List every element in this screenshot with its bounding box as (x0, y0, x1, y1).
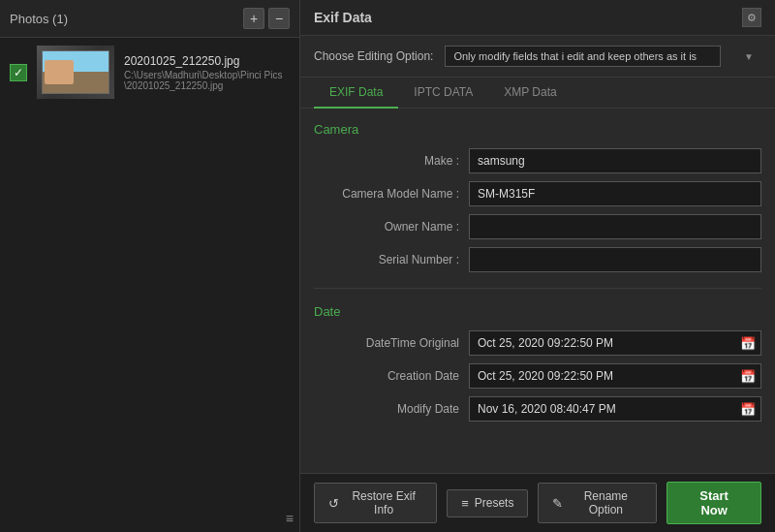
editing-options-bar: Choose Editing Option: Only modify field… (300, 36, 775, 78)
calendar-icon-1: 📅 (740, 336, 756, 351)
list-icon: ≡ (286, 511, 294, 526)
restore-exif-button[interactable]: ↺ Restore Exif Info (314, 483, 437, 523)
serial-number-input[interactable] (469, 247, 761, 272)
bottom-bar: ↺ Restore Exif Info ≡ Presets ✎ Rename O… (300, 473, 775, 532)
creation-date-wrapper: 📅 (469, 363, 761, 389)
calendar-icon-2: 📅 (740, 369, 756, 384)
creation-date-input[interactable] (469, 363, 761, 389)
photo-info: 20201025_212250.jpg C:\Users\Madhuri\Des… (124, 54, 290, 91)
camera-model-input[interactable] (469, 181, 761, 206)
presets-icon: ≡ (461, 496, 469, 511)
photo-path: C:\Users\Madhuri\Desktop\Pinci Pics\2020… (124, 70, 290, 91)
photo-name: 20201025_212250.jpg (124, 54, 290, 68)
tabs-bar: EXIF Data IPTC DATA XMP Data (300, 78, 775, 109)
start-now-button[interactable]: Start Now (666, 482, 761, 524)
photo-checkbox[interactable] (10, 64, 27, 81)
creation-date-row: Creation Date 📅 (314, 363, 761, 389)
left-panel-header: Photos (1) + − (0, 0, 299, 38)
tab-exif[interactable]: EXIF Data (314, 78, 398, 109)
add-photo-button[interactable]: + (243, 8, 264, 29)
photo-image (37, 46, 114, 99)
serial-number-row: Serial Number : (314, 247, 761, 272)
app-container: Photos (1) + − 20201025_212250.jpg C:\Us… (0, 0, 775, 532)
modify-date-label: Modify Date (314, 402, 469, 416)
make-input[interactable] (469, 148, 761, 173)
left-panel-bottom: ≡ (0, 505, 299, 532)
photo-buttons: + − (243, 8, 290, 29)
section-divider (314, 288, 761, 289)
camera-section-title: Camera (314, 122, 761, 137)
owner-name-label: Owner Name : (314, 220, 469, 234)
modify-date-wrapper: 📅 (469, 396, 761, 422)
presets-button[interactable]: ≡ Presets (447, 489, 528, 517)
exif-data-title: Exif Data (314, 10, 372, 25)
make-row: Make : (314, 148, 761, 173)
editing-option-wrapper: Only modify fields that i edit and keep … (445, 46, 761, 67)
tab-iptc[interactable]: IPTC DATA (398, 78, 488, 109)
photo-item: 20201025_212250.jpg C:\Users\Madhuri\Des… (0, 38, 299, 107)
tab-xmp[interactable]: XMP Data (488, 78, 572, 109)
panel-options-icon[interactable]: ⚙ (742, 8, 761, 27)
owner-name-input[interactable] (469, 214, 761, 239)
modify-date-input[interactable] (469, 396, 761, 422)
datetime-original-input[interactable] (469, 330, 761, 356)
editing-option-label: Choose Editing Option: (314, 49, 433, 63)
editing-option-select[interactable]: Only modify fields that i edit and keep … (445, 46, 721, 67)
content-area: Camera Make : Camera Model Name : Owner … (300, 109, 775, 473)
modify-date-row: Modify Date 📅 (314, 396, 761, 422)
datetime-original-row: DateTime Original 📅 (314, 330, 761, 356)
calendar-icon-3: 📅 (740, 402, 756, 417)
serial-number-label: Serial Number : (314, 253, 469, 266)
restore-icon: ↺ (328, 496, 339, 511)
right-panel-header: Exif Data ⚙ (300, 0, 775, 36)
date-section-title: Date (314, 304, 761, 319)
rename-option-button[interactable]: ✎ Rename Option (538, 483, 657, 523)
datetime-original-wrapper: 📅 (469, 330, 761, 356)
left-panel: Photos (1) + − 20201025_212250.jpg C:\Us… (0, 0, 300, 532)
photos-title: Photos (1) (10, 12, 68, 26)
creation-date-label: Creation Date (314, 369, 469, 383)
rename-icon: ✎ (552, 496, 563, 511)
owner-name-row: Owner Name : (314, 214, 761, 239)
camera-model-row: Camera Model Name : (314, 181, 761, 206)
camera-model-label: Camera Model Name : (314, 187, 469, 201)
datetime-original-label: DateTime Original (314, 336, 469, 350)
remove-photo-button[interactable]: − (268, 8, 290, 29)
presets-label: Presets (475, 496, 514, 510)
right-panel: Exif Data ⚙ Choose Editing Option: Only … (300, 0, 775, 532)
restore-label: Restore Exif Info (345, 489, 422, 516)
make-label: Make : (314, 154, 469, 168)
rename-label: Rename Option (569, 489, 642, 516)
photo-thumbnail (37, 46, 114, 99)
